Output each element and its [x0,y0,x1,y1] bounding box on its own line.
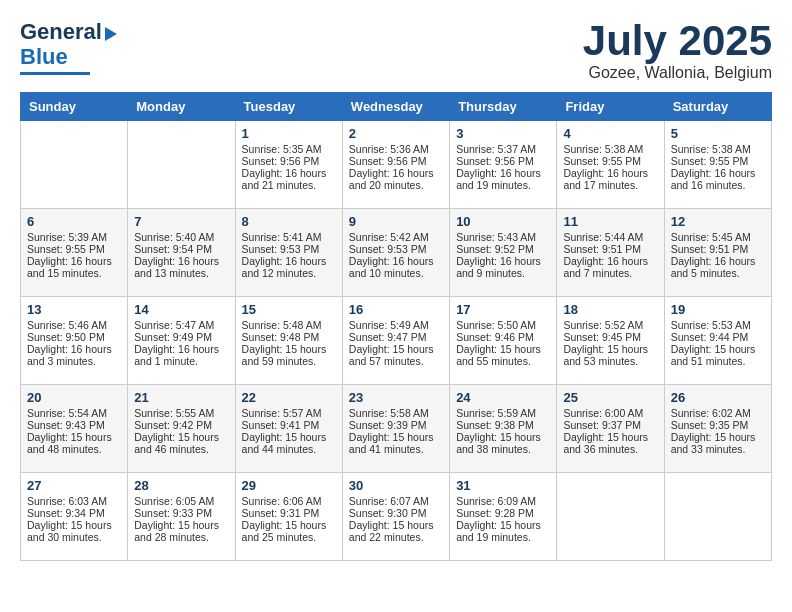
sunset-text: Sunset: 9:50 PM [27,331,105,343]
day-number: 6 [27,214,121,229]
sunset-text: Sunset: 9:33 PM [134,507,212,519]
calendar-cell: 20Sunrise: 5:54 AMSunset: 9:43 PMDayligh… [21,385,128,473]
daylight-text: Daylight: 16 hours and 10 minutes. [349,255,434,279]
week-row-2: 6Sunrise: 5:39 AMSunset: 9:55 PMDaylight… [21,209,772,297]
day-number: 30 [349,478,443,493]
calendar-cell: 29Sunrise: 6:06 AMSunset: 9:31 PMDayligh… [235,473,342,561]
sunrise-text: Sunrise: 5:46 AM [27,319,107,331]
daylight-text: Daylight: 15 hours and 41 minutes. [349,431,434,455]
day-number: 5 [671,126,765,141]
sunset-text: Sunset: 9:49 PM [134,331,212,343]
sunrise-text: Sunrise: 5:55 AM [134,407,214,419]
daylight-text: Daylight: 15 hours and 53 minutes. [563,343,648,367]
day-number: 31 [456,478,550,493]
day-number: 18 [563,302,657,317]
sunset-text: Sunset: 9:38 PM [456,419,534,431]
daylight-text: Daylight: 16 hours and 20 minutes. [349,167,434,191]
sunset-text: Sunset: 9:55 PM [563,155,641,167]
day-number: 27 [27,478,121,493]
calendar-cell: 8Sunrise: 5:41 AMSunset: 9:53 PMDaylight… [235,209,342,297]
weekday-header-sunday: Sunday [21,93,128,121]
day-number: 23 [349,390,443,405]
calendar-cell: 5Sunrise: 5:38 AMSunset: 9:55 PMDaylight… [664,121,771,209]
week-row-1: 1Sunrise: 5:35 AMSunset: 9:56 PMDaylight… [21,121,772,209]
sunset-text: Sunset: 9:28 PM [456,507,534,519]
calendar-cell: 24Sunrise: 5:59 AMSunset: 9:38 PMDayligh… [450,385,557,473]
calendar-cell: 21Sunrise: 5:55 AMSunset: 9:42 PMDayligh… [128,385,235,473]
sunrise-text: Sunrise: 5:53 AM [671,319,751,331]
daylight-text: Daylight: 16 hours and 21 minutes. [242,167,327,191]
calendar-cell: 3Sunrise: 5:37 AMSunset: 9:56 PMDaylight… [450,121,557,209]
daylight-text: Daylight: 16 hours and 9 minutes. [456,255,541,279]
day-number: 1 [242,126,336,141]
sunset-text: Sunset: 9:37 PM [563,419,641,431]
day-number: 7 [134,214,228,229]
daylight-text: Daylight: 15 hours and 25 minutes. [242,519,327,543]
sunrise-text: Sunrise: 5:44 AM [563,231,643,243]
calendar-cell: 17Sunrise: 5:50 AMSunset: 9:46 PMDayligh… [450,297,557,385]
calendar-cell: 1Sunrise: 5:35 AMSunset: 9:56 PMDaylight… [235,121,342,209]
sunrise-text: Sunrise: 5:40 AM [134,231,214,243]
sunrise-text: Sunrise: 5:38 AM [563,143,643,155]
sunset-text: Sunset: 9:55 PM [27,243,105,255]
day-number: 28 [134,478,228,493]
calendar-cell: 25Sunrise: 6:00 AMSunset: 9:37 PMDayligh… [557,385,664,473]
day-number: 19 [671,302,765,317]
day-number: 8 [242,214,336,229]
sunset-text: Sunset: 9:53 PM [242,243,320,255]
daylight-text: Daylight: 15 hours and 48 minutes. [27,431,112,455]
daylight-text: Daylight: 15 hours and 30 minutes. [27,519,112,543]
calendar-cell: 11Sunrise: 5:44 AMSunset: 9:51 PMDayligh… [557,209,664,297]
sunset-text: Sunset: 9:51 PM [563,243,641,255]
calendar-cell [128,121,235,209]
daylight-text: Daylight: 15 hours and 55 minutes. [456,343,541,367]
daylight-text: Daylight: 16 hours and 17 minutes. [563,167,648,191]
calendar-cell: 6Sunrise: 5:39 AMSunset: 9:55 PMDaylight… [21,209,128,297]
daylight-text: Daylight: 15 hours and 57 minutes. [349,343,434,367]
sunrise-text: Sunrise: 5:38 AM [671,143,751,155]
day-number: 13 [27,302,121,317]
sunset-text: Sunset: 9:47 PM [349,331,427,343]
sunrise-text: Sunrise: 5:45 AM [671,231,751,243]
sunrise-text: Sunrise: 6:03 AM [27,495,107,507]
day-number: 3 [456,126,550,141]
sunset-text: Sunset: 9:51 PM [671,243,749,255]
sunset-text: Sunset: 9:41 PM [242,419,320,431]
calendar-cell: 22Sunrise: 5:57 AMSunset: 9:41 PMDayligh… [235,385,342,473]
sunrise-text: Sunrise: 6:00 AM [563,407,643,419]
logo-blue: Blue [20,44,68,70]
daylight-text: Daylight: 15 hours and 19 minutes. [456,519,541,543]
calendar-cell: 13Sunrise: 5:46 AMSunset: 9:50 PMDayligh… [21,297,128,385]
weekday-header-row: SundayMondayTuesdayWednesdayThursdayFrid… [21,93,772,121]
calendar-cell: 26Sunrise: 6:02 AMSunset: 9:35 PMDayligh… [664,385,771,473]
day-number: 16 [349,302,443,317]
month-title: July 2025 [583,20,772,62]
sunset-text: Sunset: 9:39 PM [349,419,427,431]
sunrise-text: Sunrise: 5:49 AM [349,319,429,331]
day-number: 29 [242,478,336,493]
sunrise-text: Sunrise: 5:50 AM [456,319,536,331]
sunset-text: Sunset: 9:54 PM [134,243,212,255]
calendar-cell: 31Sunrise: 6:09 AMSunset: 9:28 PMDayligh… [450,473,557,561]
sunrise-text: Sunrise: 6:06 AM [242,495,322,507]
daylight-text: Daylight: 16 hours and 15 minutes. [27,255,112,279]
sunrise-text: Sunrise: 6:05 AM [134,495,214,507]
calendar-cell [21,121,128,209]
page-header: General Blue July 2025 Gozee, Wallonia, … [20,20,772,82]
calendar-cell: 14Sunrise: 5:47 AMSunset: 9:49 PMDayligh… [128,297,235,385]
sunrise-text: Sunrise: 5:48 AM [242,319,322,331]
sunrise-text: Sunrise: 5:41 AM [242,231,322,243]
sunrise-text: Sunrise: 5:42 AM [349,231,429,243]
sunrise-text: Sunrise: 5:59 AM [456,407,536,419]
daylight-text: Daylight: 15 hours and 51 minutes. [671,343,756,367]
daylight-text: Daylight: 16 hours and 19 minutes. [456,167,541,191]
calendar-cell: 18Sunrise: 5:52 AMSunset: 9:45 PMDayligh… [557,297,664,385]
sunrise-text: Sunrise: 5:37 AM [456,143,536,155]
sunset-text: Sunset: 9:52 PM [456,243,534,255]
weekday-header-tuesday: Tuesday [235,93,342,121]
day-number: 26 [671,390,765,405]
sunrise-text: Sunrise: 6:02 AM [671,407,751,419]
daylight-text: Daylight: 15 hours and 38 minutes. [456,431,541,455]
sunrise-text: Sunrise: 5:43 AM [456,231,536,243]
sunrise-text: Sunrise: 5:54 AM [27,407,107,419]
